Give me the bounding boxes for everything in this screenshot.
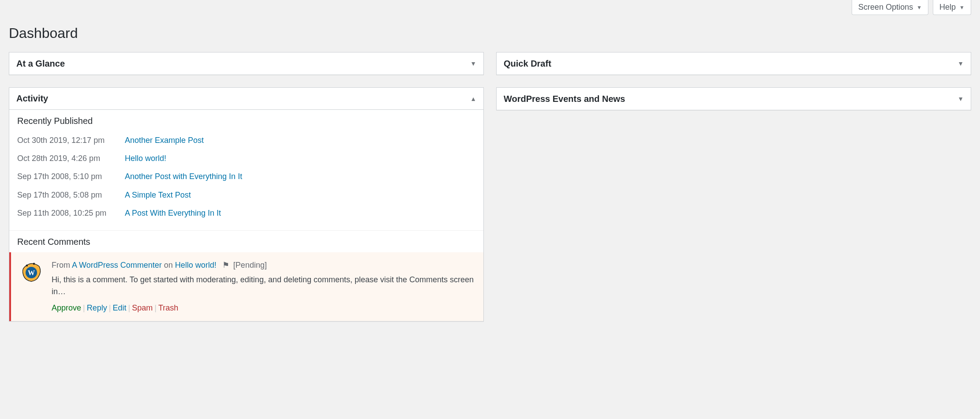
widget-quick-draft: Quick Draft ▼ xyxy=(496,52,971,75)
list-item: Oct 28th 2019, 4:26 pm Hello world! xyxy=(17,150,475,168)
chevron-down-icon: ▼ xyxy=(958,95,964,102)
svg-point-3 xyxy=(26,265,28,266)
widget-events-news-title: WordPress Events and News xyxy=(504,94,625,104)
comment-pending: W From A WordPress Commenter on Hello wo… xyxy=(9,252,483,321)
column-right: Quick Draft ▼ WordPress Events and News … xyxy=(496,52,971,322)
post-link[interactable]: Another Example Post xyxy=(125,135,204,146)
recently-published-heading: Recently Published xyxy=(9,110,483,131)
dashboard-columns: At a Glance ▼ Activity ▲ Recently Publis… xyxy=(9,52,971,322)
comment-post-link[interactable]: Hello world! xyxy=(175,261,217,269)
widget-at-a-glance-header[interactable]: At a Glance ▼ xyxy=(9,52,483,75)
spam-link[interactable]: Spam xyxy=(132,303,153,312)
trash-link[interactable]: Trash xyxy=(158,303,178,312)
post-date: Sep 17th 2008, 5:08 pm xyxy=(17,190,119,201)
recent-comments-heading: Recent Comments xyxy=(9,231,483,252)
post-link[interactable]: A Post With Everything In It xyxy=(125,208,221,219)
widget-quick-draft-header[interactable]: Quick Draft ▼ xyxy=(497,52,971,75)
chevron-up-icon: ▲ xyxy=(470,95,476,102)
widget-quick-draft-title: Quick Draft xyxy=(504,59,551,69)
svg-point-4 xyxy=(33,263,35,265)
recently-published-list: Oct 30th 2019, 12:17 pm Another Example … xyxy=(9,131,483,230)
post-date: Sep 11th 2008, 10:25 pm xyxy=(17,208,119,219)
widget-events-news-header[interactable]: WordPress Events and News ▼ xyxy=(497,88,971,110)
from-label: From xyxy=(52,261,72,269)
post-date: Sep 17th 2008, 5:10 pm xyxy=(17,171,119,182)
widget-events-news: WordPress Events and News ▼ xyxy=(496,87,971,110)
top-tabs: Screen Options ▼ Help ▼ xyxy=(0,0,980,15)
comment-meta: From A WordPress Commenter on Hello worl… xyxy=(52,259,475,271)
comment-author-link[interactable]: A WordPress Commenter xyxy=(72,261,162,269)
post-date: Oct 30th 2019, 12:17 pm xyxy=(17,135,119,146)
post-link[interactable]: Another Post with Everything In It xyxy=(125,171,242,182)
widget-activity-header[interactable]: Activity ▲ xyxy=(9,88,483,110)
help-label: Help xyxy=(939,3,956,12)
chevron-down-icon: ▼ xyxy=(470,60,476,67)
approve-link[interactable]: Approve xyxy=(52,303,81,312)
screen-options-label: Screen Options xyxy=(858,3,913,12)
svg-text:W: W xyxy=(28,269,35,277)
list-item: Sep 17th 2008, 5:10 pm Another Post with… xyxy=(17,168,475,186)
list-item: Oct 30th 2019, 12:17 pm Another Example … xyxy=(17,131,475,150)
on-label: on xyxy=(162,261,175,269)
screen-options-tab[interactable]: Screen Options ▼ xyxy=(852,0,928,15)
comment-text: Hi, this is a comment. To get started wi… xyxy=(52,274,475,298)
edit-link[interactable]: Edit xyxy=(112,303,126,312)
reply-link[interactable]: Reply xyxy=(87,303,107,312)
post-link[interactable]: A Simple Text Post xyxy=(125,190,191,201)
list-item: Sep 11th 2008, 10:25 pm A Post With Ever… xyxy=(17,204,475,222)
comment-actions: Approve|Reply|Edit|Spam|Trash xyxy=(52,302,475,314)
widget-at-a-glance-title: At a Glance xyxy=(16,59,65,69)
chevron-down-icon: ▼ xyxy=(958,60,964,67)
chevron-down-icon: ▼ xyxy=(916,4,922,11)
chevron-down-icon: ▼ xyxy=(959,4,965,11)
flag-icon: ⚑ xyxy=(222,261,229,269)
post-link[interactable]: Hello world! xyxy=(125,153,166,164)
column-left: At a Glance ▼ Activity ▲ Recently Publis… xyxy=(9,52,484,322)
help-tab[interactable]: Help ▼ xyxy=(933,0,971,15)
widget-activity: Activity ▲ Recently Published Oct 30th 2… xyxy=(9,87,484,322)
widget-activity-body: Recently Published Oct 30th 2019, 12:17 … xyxy=(9,110,483,321)
widget-activity-title: Activity xyxy=(16,94,48,104)
pending-label: [Pending] xyxy=(233,261,267,269)
avatar: W xyxy=(19,259,44,284)
post-date: Oct 28th 2019, 4:26 pm xyxy=(17,153,119,164)
comment-body: From A WordPress Commenter on Hello worl… xyxy=(52,259,475,314)
page-title: Dashboard xyxy=(9,21,971,43)
list-item: Sep 17th 2008, 5:08 pm A Simple Text Pos… xyxy=(17,186,475,204)
widget-at-a-glance: At a Glance ▼ xyxy=(9,52,484,75)
